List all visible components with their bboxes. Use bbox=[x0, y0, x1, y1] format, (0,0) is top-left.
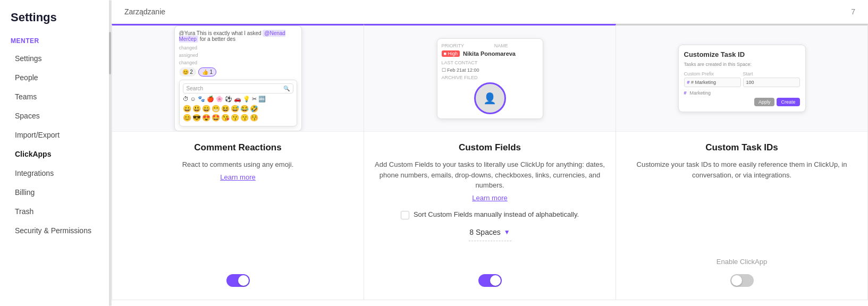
sidebar-item-settings[interactable]: Settings bbox=[4, 49, 107, 67]
emoji-picker: Search 🔍 ⏱☺🐾🍎🌸⚽🚗💡✂🔤 😀😃😄😁😆😅😂🤣 😊😎😍🤩😘😗😙😚 bbox=[179, 80, 297, 126]
card-custom-task-ids: Customize Task ID Tasks are created in t… bbox=[616, 24, 868, 300]
card-custom-fields-spaces-label: 8 Spaces bbox=[469, 228, 500, 236]
cf-avatar: 👤 bbox=[474, 82, 506, 114]
cards-container: @Yura This is exactly what I asked @Nena… bbox=[112, 24, 868, 300]
card-custom-fields-checkbox-row: Sort Custom Fields manually instead of a… bbox=[390, 210, 589, 219]
card-custom-task-ids-image: Customize Task ID Tasks are created in t… bbox=[616, 26, 867, 132]
tid-create-button[interactable]: Create bbox=[777, 98, 799, 106]
card-comment-reactions-title: Comment Reactions bbox=[194, 142, 281, 153]
card-custom-fields-toggle-container bbox=[478, 270, 502, 287]
card-comment-reactions-toggle[interactable] bbox=[226, 274, 250, 287]
tid-start-col: Start 100 bbox=[743, 71, 800, 87]
reaction-bar: 😊 2 👍 1 bbox=[179, 67, 297, 76]
reaction-badge-1: 😊 2 bbox=[179, 67, 196, 76]
tid-title: Customize Task ID bbox=[684, 50, 800, 58]
preview-changed-1: changed bbox=[179, 45, 297, 50]
card-custom-fields-checkbox[interactable] bbox=[401, 211, 409, 219]
tid-prefix-col: Custom Prefix # # Marketing bbox=[684, 71, 741, 87]
main-content: Zarządzanie 7 @Yura This is exactly what… bbox=[112, 0, 868, 306]
reaction-badge-2: 👍 1 bbox=[198, 67, 216, 76]
card-custom-fields-image: PRIORITY NAME ■ High Nikita Ponomareva L… bbox=[364, 26, 616, 132]
card-comment-reactions: @Yura This is exactly what I asked @Nena… bbox=[112, 24, 364, 300]
hash-icon-2: # bbox=[684, 90, 687, 96]
cf-priority-row: ■ High Nikita Ponomareva bbox=[442, 50, 538, 57]
preview-assigned: assigned bbox=[179, 53, 297, 58]
card-custom-task-ids-title: Custom Task IDs bbox=[705, 142, 778, 153]
tid-desc: Tasks are created in this Space: bbox=[684, 62, 800, 67]
tid-start-label: Start bbox=[743, 71, 800, 76]
card-comment-reactions-image: @Yura This is exactly what I asked @Nena… bbox=[112, 26, 364, 132]
hash-icon: # bbox=[687, 80, 690, 85]
custom-fields-preview: PRIORITY NAME ■ High Nikita Ponomareva L… bbox=[437, 38, 543, 119]
sidebar-item-spaces[interactable]: Spaces bbox=[4, 107, 107, 125]
comment-reactions-preview: @Yura This is exactly what I asked @Nena… bbox=[174, 26, 302, 131]
card-custom-task-ids-toggle-container bbox=[730, 270, 754, 287]
preview-changed-2: changed bbox=[179, 60, 297, 65]
section-count: 7 bbox=[851, 7, 855, 16]
emoji-toolbar: ⏱☺🐾🍎🌸⚽🚗💡✂🔤 bbox=[183, 96, 293, 103]
card-custom-task-ids-toggle[interactable] bbox=[730, 274, 754, 287]
toggle-knob-3 bbox=[731, 275, 742, 286]
cf-date: ☐ Feb 21at 12:00 bbox=[442, 67, 538, 73]
cf-avatar-container: 👤 bbox=[442, 82, 538, 114]
cf-archive-label: ARCHIVE FILED bbox=[442, 75, 538, 80]
sidebar-item-import-export[interactable]: Import/Export bbox=[4, 126, 107, 144]
tid-prefix-label: Custom Prefix bbox=[684, 71, 741, 76]
custom-fields-center: PRIORITY NAME ■ High Nikita Ponomareva L… bbox=[437, 26, 543, 131]
card-comment-reactions-learn-more[interactable]: Learn more bbox=[220, 173, 255, 181]
tid-buttons: Apply Create bbox=[684, 98, 800, 106]
cf-name: Nikita Ponomareva bbox=[463, 50, 516, 57]
emoji-search: Search 🔍 bbox=[183, 83, 293, 94]
card-comment-reactions-description: React to comments using any emoji. bbox=[172, 159, 305, 170]
sidebar-workspace-label[interactable]: MENTER bbox=[0, 33, 111, 49]
tid-grid: Custom Prefix # # Marketing Start 100 bbox=[684, 71, 800, 87]
cf-header-row: PRIORITY NAME bbox=[442, 43, 538, 48]
card-custom-fields-spaces[interactable]: 8 Spaces ▼ bbox=[469, 228, 510, 236]
sidebar-title: Settings bbox=[0, 11, 111, 33]
sidebar-item-billing[interactable]: Billing bbox=[4, 183, 107, 201]
tid-start-input: 100 bbox=[743, 78, 800, 87]
sidebar-item-trash[interactable]: Trash bbox=[4, 202, 107, 220]
cf-priority-badge: ■ High bbox=[442, 50, 460, 57]
task-ids-preview: Customize Task ID Tasks are created in t… bbox=[678, 45, 806, 112]
header-row: Zarządzanie 7 bbox=[112, 0, 868, 24]
sidebar: Settings MENTER Settings People Teams Sp… bbox=[0, 0, 112, 306]
tid-marketing-row: # Marketing bbox=[684, 90, 800, 96]
sidebar-item-integrations[interactable]: Integrations bbox=[4, 164, 107, 182]
card-comment-reactions-toggle-container bbox=[226, 270, 250, 287]
tid-apply-button[interactable]: Apply bbox=[754, 98, 775, 106]
sidebar-item-clickapps[interactable]: ClickApps bbox=[4, 145, 107, 163]
sidebar-scrollbar bbox=[109, 0, 111, 306]
search-icon: 🔍 bbox=[283, 86, 290, 91]
sidebar-item-teams[interactable]: Teams bbox=[4, 88, 107, 106]
emoji-row-1: 😀😃😄😁😆😅😂🤣 bbox=[183, 105, 293, 113]
card-custom-task-ids-description: Customize your task IDs to more easily r… bbox=[616, 159, 867, 180]
card-custom-fields-learn-more[interactable]: Learn more bbox=[472, 194, 507, 202]
card-custom-fields-title: Custom Fields bbox=[459, 142, 521, 153]
cf-last-contact-label: LAST CONTACT bbox=[442, 60, 538, 65]
tid-prefix-input: # # Marketing bbox=[684, 78, 741, 87]
toggle-knob bbox=[238, 275, 249, 286]
sidebar-scrollbar-thumb bbox=[109, 32, 111, 74]
sidebar-item-people[interactable]: People bbox=[4, 69, 107, 87]
preview-comment-text: @Yura This is exactly what I asked @Nena… bbox=[179, 30, 297, 42]
card-custom-fields-divider bbox=[469, 241, 511, 241]
section-name: Zarządzanie bbox=[124, 7, 851, 16]
card-custom-fields-description: Add Custom Fields to your tasks to liter… bbox=[364, 159, 616, 191]
chevron-down-icon: ▼ bbox=[504, 228, 510, 236]
toggle-knob-2 bbox=[490, 275, 501, 286]
card-custom-fields-toggle[interactable] bbox=[478, 274, 502, 287]
card-custom-fields: PRIORITY NAME ■ High Nikita Ponomareva L… bbox=[364, 24, 616, 300]
sidebar-item-security[interactable]: Security & Permissions bbox=[4, 222, 107, 240]
emoji-row-2: 😊😎😍🤩😘😗😙😚 bbox=[183, 114, 293, 122]
card-custom-fields-checkbox-label: Sort Custom Fields manually instead of a… bbox=[414, 210, 579, 218]
card-custom-task-ids-enable-label: Enable ClickApp bbox=[717, 258, 767, 266]
